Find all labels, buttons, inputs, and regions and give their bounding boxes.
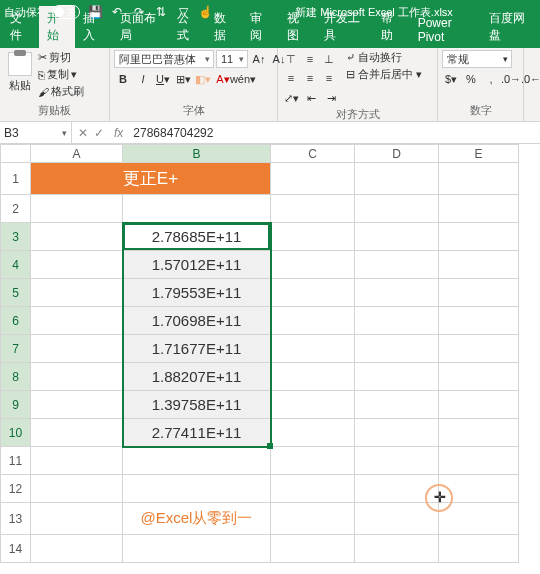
tab-data[interactable]: 数据: [206, 6, 243, 48]
formula-bar[interactable]: 278684704292: [127, 126, 540, 140]
row-header[interactable]: 4: [1, 251, 31, 279]
header-cell[interactable]: 更正E+: [31, 163, 271, 195]
tab-pagelayout[interactable]: 页面布局: [112, 6, 169, 48]
font-size-combo[interactable]: 11: [216, 50, 248, 68]
cell[interactable]: 1.88207E+11: [123, 363, 271, 391]
font-name-combo[interactable]: 阿里巴巴普惠体: [114, 50, 214, 68]
tab-powerpivot[interactable]: Power Pivot: [410, 12, 481, 48]
align-bottom-icon[interactable]: ⊥: [320, 50, 338, 68]
row-header[interactable]: 1: [1, 163, 31, 195]
row-header[interactable]: 10: [1, 419, 31, 447]
tab-developer[interactable]: 开发工具: [316, 6, 373, 48]
accounting-icon[interactable]: $▾: [442, 70, 460, 88]
font-group-label: 字体: [114, 103, 273, 119]
increase-decimal-icon[interactable]: .0→: [502, 70, 520, 88]
number-format-combo[interactable]: 常规: [442, 50, 512, 68]
increase-font-icon[interactable]: A↑: [250, 50, 268, 68]
row-header[interactable]: 6: [1, 307, 31, 335]
row-header[interactable]: 8: [1, 363, 31, 391]
cell[interactable]: 1.70698E+11: [123, 307, 271, 335]
cell[interactable]: 1.57012E+11: [123, 251, 271, 279]
select-all-corner[interactable]: [1, 145, 31, 163]
col-header[interactable]: C: [271, 145, 355, 163]
name-box[interactable]: B3: [0, 122, 72, 143]
merge-center-button[interactable]: ⊟ 合并后居中 ▾: [346, 67, 422, 82]
cancel-formula-icon[interactable]: ✕: [78, 126, 88, 140]
tab-help[interactable]: 帮助: [373, 6, 410, 48]
orientation-icon[interactable]: ⤢▾: [282, 89, 300, 107]
fx-icon[interactable]: fx: [110, 126, 127, 140]
row-header[interactable]: 7: [1, 335, 31, 363]
underline-button[interactable]: U▾: [154, 70, 172, 88]
tab-baidu[interactable]: 百度网盘: [481, 6, 538, 48]
comma-icon[interactable]: ,: [482, 70, 500, 88]
cell[interactable]: 2.77411E+11: [123, 419, 271, 447]
row-header[interactable]: 9: [1, 391, 31, 419]
align-top-icon[interactable]: ⊤: [282, 50, 300, 68]
number-group-label: 数字: [442, 103, 519, 119]
col-header[interactable]: E: [439, 145, 519, 163]
watermark-cell[interactable]: @Excel从零到一: [123, 503, 271, 535]
row-header[interactable]: 14: [1, 535, 31, 563]
accept-formula-icon[interactable]: ✓: [94, 126, 104, 140]
row-header[interactable]: 13: [1, 503, 31, 535]
cell[interactable]: 1.71677E+11: [123, 335, 271, 363]
paste-button[interactable]: 粘贴: [4, 50, 36, 103]
wrap-text-button[interactable]: ⤶ 自动换行: [346, 50, 422, 65]
phonetic-button[interactable]: wén▾: [234, 70, 252, 88]
row-header[interactable]: 3: [1, 223, 31, 251]
cell[interactable]: 1.79553E+11: [123, 279, 271, 307]
align-center-icon[interactable]: ≡: [301, 69, 319, 87]
spreadsheet-grid[interactable]: A B C D E 1更正E+ 2 32.78685E+11 41.57012E…: [0, 144, 519, 563]
col-header[interactable]: D: [355, 145, 439, 163]
autosave-toggle[interactable]: 关: [52, 5, 80, 19]
ribbon-tabs: 文件 开始 插入 页面布局 公式 数据 审阅 视图 开发工具 帮助 Power …: [0, 24, 540, 48]
tab-insert[interactable]: 插入: [75, 6, 112, 48]
align-group-label: 对齐方式: [282, 107, 433, 122]
tab-view[interactable]: 视图: [279, 6, 316, 48]
cell[interactable]: 2.78685E+11: [123, 223, 271, 251]
italic-button[interactable]: I: [134, 70, 152, 88]
cut-button[interactable]: ✂ 剪切: [38, 50, 84, 65]
row-header[interactable]: 12: [1, 475, 31, 503]
align-left-icon[interactable]: ≡: [282, 69, 300, 87]
bold-button[interactable]: B: [114, 70, 132, 88]
align-right-icon[interactable]: ≡: [320, 69, 338, 87]
row-header[interactable]: 2: [1, 195, 31, 223]
format-painter-button[interactable]: 🖌 格式刷: [38, 84, 84, 99]
clipboard-group-label: 剪贴板: [4, 103, 105, 119]
decrease-decimal-icon[interactable]: .0←: [522, 70, 540, 88]
fill-color-button[interactable]: ◧▾: [194, 70, 212, 88]
increase-indent-icon[interactable]: ⇥: [322, 89, 340, 107]
decrease-indent-icon[interactable]: ⇤: [302, 89, 320, 107]
paste-icon: [8, 52, 32, 76]
row-header[interactable]: 11: [1, 447, 31, 475]
align-middle-icon[interactable]: ≡: [301, 50, 319, 68]
row-header[interactable]: 5: [1, 279, 31, 307]
percent-icon[interactable]: %: [462, 70, 480, 88]
col-header[interactable]: A: [31, 145, 123, 163]
col-header[interactable]: B: [123, 145, 271, 163]
border-button[interactable]: ⊞▾: [174, 70, 192, 88]
tab-review[interactable]: 审阅: [242, 6, 279, 48]
cell[interactable]: 1.39758E+11: [123, 391, 271, 419]
copy-button[interactable]: ⎘ 复制 ▾: [38, 67, 84, 82]
tab-file[interactable]: 文件: [2, 6, 39, 48]
tab-formulas[interactable]: 公式: [169, 6, 206, 48]
